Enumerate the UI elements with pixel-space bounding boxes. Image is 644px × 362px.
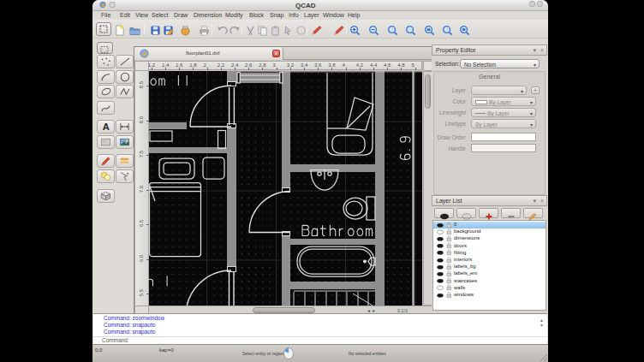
svg-text:A: A <box>103 122 110 132</box>
